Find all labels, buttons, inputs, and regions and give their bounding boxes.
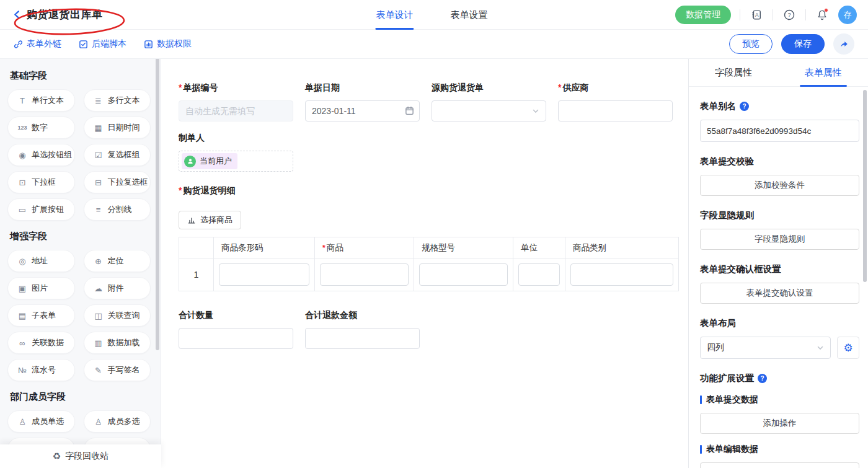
field-visibility-button[interactable]: 字段显隐规则	[700, 229, 859, 250]
sidebar-item-image[interactable]: ▣图片	[7, 277, 75, 299]
tab-form-properties[interactable]: 表单属性	[779, 59, 868, 86]
tab-form-settings[interactable]: 表单设置	[450, 0, 487, 30]
sidebar-item-label: 单选按钮组	[32, 149, 72, 161]
tab-form-design[interactable]: 表单设计	[376, 0, 413, 30]
bill-no-input[interactable]	[179, 100, 293, 121]
choose-product-button[interactable]: 选择商品	[179, 211, 241, 229]
subtable-cell-input[interactable]	[419, 263, 508, 286]
edit-data-add-button[interactable]: 添加操作	[700, 462, 859, 468]
field-supplier[interactable]: *供应商	[558, 82, 673, 121]
sidebar-item-number[interactable]: 123数字	[7, 117, 75, 139]
sidebar-item-label: 定位	[108, 255, 124, 267]
field-source-order[interactable]: 源购货退货单	[432, 82, 546, 121]
attachment-icon: ☁	[94, 284, 104, 293]
toolbar-link-external[interactable]: 表单外链	[14, 38, 61, 50]
related-data-icon: ∞	[17, 338, 27, 348]
field-recycle-bin[interactable]: ♻ 字段回收站	[0, 444, 161, 468]
choose-product-label: 选择商品	[200, 214, 232, 226]
question-circle-icon[interactable]: ?	[740, 102, 749, 111]
submit-data-add-button[interactable]: 添加操作	[700, 413, 859, 434]
supplier-input[interactable]	[558, 100, 673, 121]
back-icon[interactable]	[12, 10, 22, 19]
extend-button-icon: ▭	[17, 205, 27, 214]
subtable-cell-input[interactable]	[219, 263, 309, 286]
sidebar-item-address[interactable]: ◎地址	[7, 250, 75, 272]
calendar-icon[interactable]	[405, 106, 414, 118]
sidebar-item-single-line-text[interactable]: T单行文本	[7, 89, 75, 112]
sidebar-item-signature[interactable]: ✎手写签名	[84, 359, 151, 381]
form-alias-input[interactable]	[700, 120, 859, 142]
subtable-cell-input[interactable]	[320, 263, 409, 286]
toolbar-link-backend-script[interactable]: 后端脚本	[79, 38, 126, 50]
total-refund-input[interactable]	[305, 328, 420, 349]
topbar-tabs: 表单设计 表单设置	[376, 0, 487, 30]
layout-select[interactable]: 四列	[700, 337, 831, 359]
layout-settings-button[interactable]: ⚙	[837, 337, 859, 359]
sidebar-item-related-query[interactable]: ◫关联查询	[84, 304, 151, 327]
sidebar-item-serial-number[interactable]: №流水号	[7, 359, 75, 381]
sidebar-item-member-single[interactable]: ♙成员单选	[7, 410, 75, 433]
serial-number-icon: №	[17, 366, 27, 375]
sidebar-item-member-multi[interactable]: ♙成员多选	[84, 410, 151, 433]
add-validation-button[interactable]: 添加校验条件	[700, 175, 859, 196]
subtable-col-header	[179, 237, 214, 258]
user-guide-icon[interactable]: A	[749, 7, 764, 22]
notification-bell-icon[interactable]	[815, 7, 830, 22]
chevron-down-icon	[817, 344, 824, 351]
sidebar-item-label: 数字	[32, 122, 48, 133]
panel-scrollbar[interactable]	[863, 90, 867, 282]
sidebar-item-label: 手写签名	[108, 364, 140, 376]
confirm-box-button[interactable]: 表单提交确认设置	[700, 283, 859, 304]
topbar-right: 数据管理 A ? 存	[675, 6, 868, 24]
sidebar-item-label: 成员单选	[32, 416, 64, 427]
subtable-cell-input[interactable]	[570, 263, 673, 286]
toolbar-link-label: 数据权限	[157, 38, 192, 50]
creator-field-box[interactable]: 当前用户	[179, 151, 293, 172]
field-total-refund[interactable]: 合计退款金额	[305, 310, 420, 349]
subtable-cell-input[interactable]	[518, 263, 560, 286]
recycle-label: 字段回收站	[65, 451, 108, 462]
sidebar-section-title: 部门成员字段	[10, 391, 151, 403]
sidebar-item-radio-group[interactable]: ◉单选按钮组	[7, 144, 75, 166]
sidebar-item-label: 多行文本	[108, 95, 140, 106]
edit-data-subheading: 表单编辑数据	[700, 444, 859, 455]
sidebar-item-divider[interactable]: ≡分割线	[84, 198, 151, 221]
share-button[interactable]	[833, 33, 854, 55]
form-toolbar: 表单外链 后端脚本 数据权限 预览 保存	[0, 30, 868, 59]
subtable-cell	[513, 258, 565, 291]
sidebar-item-subform[interactable]: ▤子表单	[7, 304, 75, 327]
avatar[interactable]: 存	[838, 6, 857, 24]
checkbox-group-icon: ☑	[94, 151, 104, 160]
sidebar-item-checkbox-group[interactable]: ☑复选框组	[84, 144, 151, 166]
dropdown-icon: ⊡	[17, 178, 27, 187]
preview-button[interactable]: 预览	[729, 34, 773, 54]
sidebar-item-related-data[interactable]: ∞关联数据	[7, 332, 75, 354]
external-link-icon	[14, 40, 23, 49]
sidebar-item-datetime[interactable]: ▦日期时间	[84, 117, 151, 139]
sidebar-item-extend-button[interactable]: ▭扩展按钮	[7, 198, 75, 221]
sidebar-item-data-load[interactable]: ▥数据加载	[84, 332, 151, 354]
total-qty-input[interactable]	[179, 328, 293, 349]
field-label: *单据编号	[179, 82, 293, 94]
save-button[interactable]: 保存	[781, 34, 825, 54]
toolbar-link-data-permission[interactable]: 数据权限	[144, 38, 192, 50]
tab-field-properties[interactable]: 字段属性	[689, 59, 779, 86]
image-icon: ▣	[17, 284, 27, 293]
sidebar-item-attachment[interactable]: ☁附件	[84, 277, 151, 299]
sidebar-item-label: 扩展按钮	[32, 204, 64, 215]
field-creator[interactable]: 制单人 当前用户	[179, 133, 293, 172]
field-bill-no[interactable]: *单据编号	[179, 82, 293, 121]
sidebar-item-label: 下拉框	[32, 177, 56, 188]
question-circle-icon[interactable]: ?	[758, 374, 767, 383]
field-total-qty[interactable]: 合计数量	[179, 310, 293, 349]
sidebar-sections: 基础字段T单行文本≣多行文本123数字▦日期时间◉单选按钮组☑复选框组⊡下拉框⊟…	[0, 59, 161, 460]
sidebar-item-multi-line-text[interactable]: ≣多行文本	[84, 89, 151, 112]
sidebar-item-dropdown-multi[interactable]: ⊟下拉复选框	[84, 171, 151, 193]
bill-date-input[interactable]	[305, 100, 420, 121]
sidebar-item-dropdown[interactable]: ⊡下拉框	[7, 171, 75, 193]
data-manage-button[interactable]: 数据管理	[675, 6, 731, 24]
help-icon[interactable]: ?	[782, 7, 797, 22]
sidebar-item-location[interactable]: ⊕定位	[84, 250, 151, 272]
source-order-select[interactable]	[432, 100, 546, 121]
field-bill-date[interactable]: 单据日期	[305, 82, 420, 121]
